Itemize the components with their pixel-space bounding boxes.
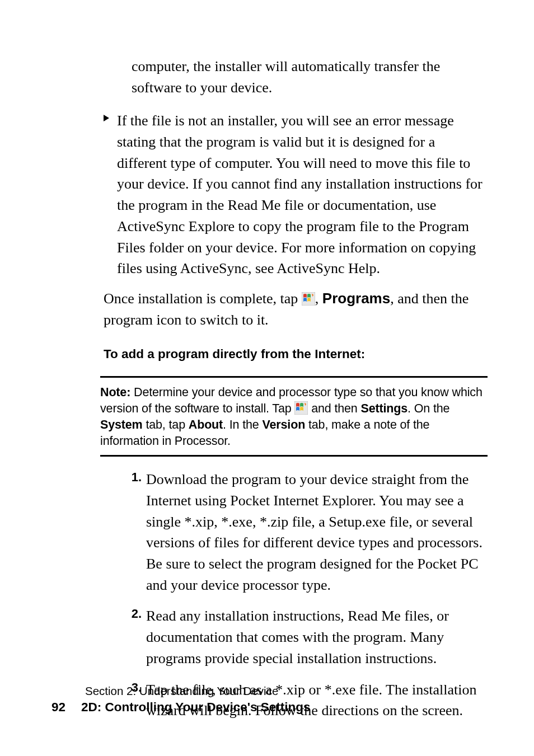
page-number: 92 xyxy=(51,700,65,714)
text-fragment: tab, tap xyxy=(143,418,189,431)
note-body: Note: Determine your device and processo… xyxy=(100,384,488,449)
bullet-item: If the file is not an installer, you wil… xyxy=(104,110,486,279)
rule-top xyxy=(100,376,488,378)
list-number: 1. xyxy=(120,469,146,485)
list-text: Read any installation instructions, Read… xyxy=(146,605,486,669)
system-tab-label: System xyxy=(100,418,143,431)
list-item: 1. Download the program to your device s… xyxy=(120,469,486,595)
text-fragment: . On the xyxy=(407,402,449,415)
note-callout: Note: Determine your device and processo… xyxy=(100,376,488,457)
rule-bottom xyxy=(100,455,488,457)
ordered-list: 1. Download the program to your device s… xyxy=(120,469,486,721)
list-text: Download the program to your device stra… xyxy=(146,469,486,595)
triangle-bullet-icon xyxy=(104,110,117,121)
post-bullet-paragraph: Once installation is complete, tap , Pro… xyxy=(104,288,486,330)
text-fragment: , xyxy=(315,290,322,307)
page-footer: Section 2: Understanding Your Device 922… xyxy=(51,684,311,715)
programs-label: Programs xyxy=(322,290,390,307)
text-fragment: Once installation is complete, tap xyxy=(104,290,302,307)
list-number: 2. xyxy=(120,605,146,621)
continuation-paragraph: computer, the installer will automatical… xyxy=(132,56,486,98)
start-flag-icon xyxy=(294,401,308,415)
version-tab-label: Version xyxy=(262,418,305,431)
settings-label: Settings xyxy=(360,402,407,415)
procedure-heading: To add a program directly from the Inter… xyxy=(104,347,486,361)
bullet-text: If the file is not an installer, you wil… xyxy=(117,110,486,279)
text-fragment: and then xyxy=(308,402,360,415)
footer-chapter-title: 2D: Controlling Your Device's Settings xyxy=(81,700,311,714)
list-item: 2. Read any installation instructions, R… xyxy=(120,605,486,669)
about-label: About xyxy=(189,418,223,431)
note-label: Note: xyxy=(100,386,130,399)
start-flag-icon xyxy=(302,290,315,304)
footer-section-label: Section 2: Understanding Your Device xyxy=(85,684,311,698)
text-fragment: . In the xyxy=(223,418,262,431)
